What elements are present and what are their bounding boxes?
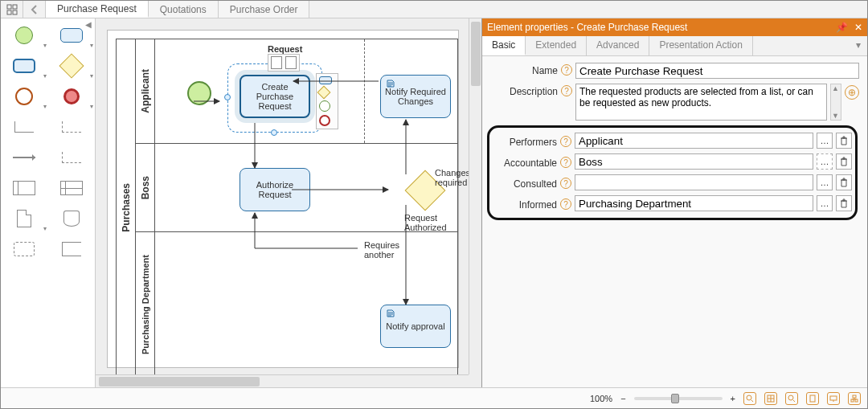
diagram-canvas[interactable]: Purchases Applicant Request Create Purch… — [107, 30, 459, 368]
palette-start-event[interactable]: ▾ — [4, 23, 45, 47]
status-icon-tree[interactable] — [848, 392, 861, 405]
context-end-icon[interactable] — [319, 115, 330, 126]
palette-annotation[interactable] — [51, 237, 92, 261]
properties-tabs: Basic Extended Advanced Presentation Act… — [482, 36, 867, 56]
tab-label: Presentation Action — [659, 39, 742, 51]
task-notify-approval[interactable]: Notify approval — [380, 305, 451, 348]
tab-quotations[interactable]: Quotations — [149, 1, 219, 18]
task-create-purchase-request[interactable]: Create Purchase Request — [240, 75, 310, 118]
tab-purchase-order[interactable]: Purchase Order — [219, 1, 310, 18]
pin-icon[interactable]: 📌 — [836, 22, 848, 33]
context-toolbar[interactable] — [268, 54, 300, 72]
back-button[interactable] — [23, 1, 46, 18]
palette-dashed-arrow[interactable] — [51, 145, 92, 170]
description-label: Description — [485, 84, 558, 97]
help-icon[interactable]: ? — [560, 198, 571, 210]
description-scrollbar[interactable] — [830, 84, 841, 121]
raci-highlight-group: Performers ? … Accountable ? … — [487, 125, 858, 220]
browse-button[interactable]: … — [817, 133, 833, 149]
status-icon-search[interactable] — [743, 392, 756, 405]
help-icon[interactable]: ? — [560, 157, 571, 168]
properties-tab-extended[interactable]: Extended — [526, 36, 587, 55]
palette-subprocess[interactable]: ▾ — [4, 54, 45, 78]
properties-panel: Element properties - Create Purchase Req… — [481, 18, 867, 387]
svg-rect-0 — [7, 5, 11, 9]
palette-group[interactable] — [4, 237, 45, 261]
phase-separator — [364, 39, 365, 143]
palette-message-flow[interactable] — [4, 145, 45, 170]
context-gateway-icon[interactable] — [317, 86, 331, 100]
canvas-horizontal-scrollbar[interactable] — [96, 374, 469, 387]
edge-label: Requires another — [364, 240, 412, 260]
lane-boss[interactable]: Boss Authorize Request Changes required … — [136, 144, 457, 232]
svg-rect-2 — [7, 10, 11, 14]
tab-label: Basic — [492, 39, 515, 51]
help-icon[interactable]: ? — [561, 85, 572, 96]
phase-label: Request — [268, 44, 302, 54]
palette-pool[interactable] — [4, 176, 45, 200]
palette-task[interactable]: ▾ — [51, 23, 92, 47]
svg-point-4 — [747, 395, 751, 400]
palette-data-store[interactable] — [51, 207, 92, 231]
context-task-icon[interactable] — [319, 76, 332, 84]
task-authorize-request[interactable]: Authorize Request — [240, 168, 310, 211]
tab-label: Purchase Request — [57, 3, 137, 14]
palette-association[interactable] — [51, 115, 92, 139]
pool[interactable]: Purchases Applicant Request Create Purch… — [116, 39, 458, 376]
delete-button[interactable] — [836, 153, 852, 170]
expand-icon[interactable]: ⊕ — [845, 85, 859, 100]
task-notify-changes[interactable]: Notify Required Changes — [380, 75, 451, 118]
help-icon[interactable]: ? — [561, 64, 572, 76]
informed-input[interactable] — [575, 195, 813, 211]
properties-tab-basic[interactable]: Basic — [482, 36, 526, 55]
properties-tabs-overflow[interactable]: ▾ — [850, 36, 867, 55]
palette-end-event[interactable]: ▾ — [51, 84, 92, 108]
performers-input[interactable] — [575, 133, 813, 149]
help-icon[interactable]: ? — [560, 178, 571, 189]
context-intermediate-icon[interactable] — [319, 100, 330, 112]
properties-tab-presentation[interactable]: Presentation Action — [649, 36, 752, 55]
canvas-vertical-scrollbar[interactable] — [469, 18, 481, 374]
zoom-value: 100% — [590, 394, 612, 403]
description-textarea[interactable] — [575, 84, 827, 121]
delete-button[interactable] — [836, 133, 852, 149]
status-icon-fit[interactable] — [764, 392, 777, 405]
selection-handle[interactable] — [271, 129, 277, 136]
lane-purchasing[interactable]: Purchasing Department Requires another N… — [136, 232, 457, 377]
selection-handle[interactable] — [224, 94, 231, 100]
palette-sequence-flow[interactable] — [4, 115, 45, 139]
script-icon — [386, 309, 395, 318]
zoom-out-button[interactable]: − — [620, 394, 625, 403]
delete-button[interactable] — [836, 195, 852, 211]
accountable-input[interactable] — [575, 153, 813, 170]
status-icon-zoom[interactable] — [785, 392, 798, 405]
context-palette[interactable] — [316, 73, 338, 129]
help-icon[interactable]: ? — [560, 136, 571, 147]
top-tab-bar: Purchase Request Quotations Purchase Ord… — [1, 1, 867, 18]
name-input[interactable] — [575, 63, 859, 79]
properties-tab-advanced[interactable]: Advanced — [587, 36, 649, 55]
palette-gateway[interactable]: ▾ — [51, 54, 92, 78]
browse-button[interactable]: … — [817, 195, 833, 211]
consulted-input[interactable] — [575, 174, 813, 190]
close-icon[interactable]: ✕ — [854, 22, 862, 33]
palette-data-object[interactable]: ▾ — [4, 207, 45, 231]
lane-applicant[interactable]: Applicant Request Create Purchase Reques… — [136, 39, 457, 144]
palette-intermediate-event[interactable]: ▾ — [4, 84, 45, 108]
status-icon-present[interactable] — [827, 392, 840, 405]
status-icon-page[interactable] — [806, 392, 819, 405]
svg-rect-9 — [853, 395, 856, 398]
tab-purchase-request[interactable]: Purchase Request — [46, 1, 149, 18]
browse-button[interactable]: … — [817, 174, 833, 190]
lane-title: Applicant — [140, 69, 151, 113]
delete-button[interactable] — [836, 174, 852, 190]
start-event[interactable] — [187, 81, 211, 105]
accountable-label: Accountable — [493, 155, 557, 169]
zoom-in-button[interactable]: + — [731, 394, 735, 403]
view-switch-icon[interactable] — [1, 1, 23, 18]
browse-button[interactable]: … — [817, 153, 833, 170]
tab-label: Advanced — [596, 39, 639, 51]
svg-rect-8 — [830, 396, 837, 400]
zoom-slider[interactable] — [634, 397, 723, 400]
palette-lanes[interactable] — [51, 176, 92, 200]
